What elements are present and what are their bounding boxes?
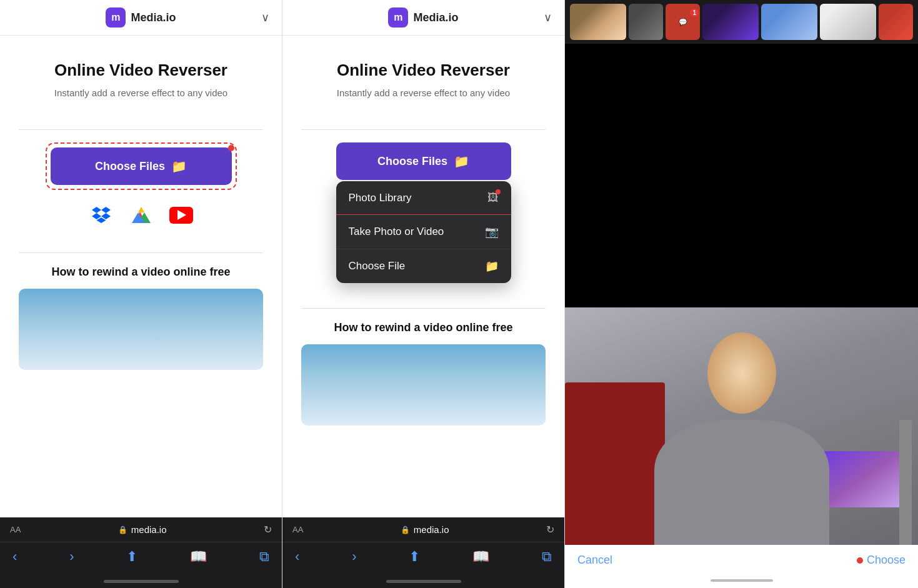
header-chevron-2[interactable]: ∨ [544,11,552,24]
page-title-2: Online Video Reverser [301,61,546,80]
participants-strip: 💬 1 [565,0,918,44]
bookmark-icon-1[interactable]: 📖 [190,549,207,565]
dropdown-menu-2: Photo Library 🖼 Take Photo or Video 📷 Ch… [336,181,511,283]
google-drive-icon-1[interactable] [129,202,154,227]
choose-button-dot [857,557,863,564]
page-content-2: Online Video Reverser Instantly add a re… [282,36,564,517]
forward-icon-1[interactable]: › [69,549,74,565]
divider-2 [19,252,263,253]
url-text-1[interactable]: media.io [131,524,167,535]
dropbox-icon-1[interactable] [89,202,114,227]
divider-4 [301,308,546,309]
header-logo-1: m Media.io [106,7,176,27]
tabs-icon-2[interactable]: ⧉ [542,549,552,565]
phone-panel-1: m Media.io ∨ Online Video Reverser Insta… [0,0,282,588]
red-dot-1 [228,145,234,151]
cancel-button[interactable]: Cancel [577,554,612,567]
participant-thumb-7[interactable] [879,4,913,40]
cloud-icons-1 [89,202,194,227]
brand-name-2: Media.io [413,11,458,24]
browser-url-1: 🔒 media.io [27,524,257,535]
choose-files-label-1: Choose Files [95,160,165,173]
url-text-2[interactable]: media.io [414,524,449,535]
media-io-logo-icon-1: m [106,7,126,27]
folder-icon-2: 📁 [454,154,469,169]
video-thumbnail-1[interactable] [19,289,263,370]
bottom-nav-2: ‹ › ⬆ 📖 ⧉ [282,542,564,580]
aa-label-2[interactable]: AA [292,525,303,534]
choose-button-label: Choose [867,554,906,567]
phone-panel-2: m Media.io ∨ Online Video Reverser Insta… [282,0,565,588]
choose-file-label: Choose File [349,260,406,272]
video-thumbnail-2[interactable] [301,344,546,426]
header-logo-2: m Media.io [388,7,458,27]
aa-label-1[interactable]: AA [10,525,21,534]
participant-thumb-6[interactable] [820,4,876,40]
speaker-head [707,332,776,414]
notification-badge: 1 [690,9,699,17]
red-wall-decoration [565,382,665,545]
back-icon-1[interactable]: ‹ [12,549,17,565]
page-content-1: Online Video Reverser Instantly add a re… [0,36,282,517]
participant-thumb-4[interactable] [702,4,759,40]
share-icon-2[interactable]: ⬆ [409,549,420,565]
choose-file-icon: 📁 [485,259,499,273]
back-icon-2[interactable]: ‹ [295,549,299,565]
laptop-decoration [818,451,906,507]
main-speaker-video [565,307,918,545]
right-panel: 💬 1 Cancel Choose [565,0,918,588]
participant-thumb-5[interactable] [761,4,817,40]
page-title-1: Online Video Reverser [19,61,263,80]
youtube-icon-1[interactable] [169,202,194,227]
browser-url-2: 🔒 media.io [309,524,540,535]
participant-thumb-3[interactable]: 💬 1 [666,4,700,40]
upload-section-1: Choose Files 📁 [19,142,263,227]
dropdown-item-choose-file[interactable]: Choose File 📁 [336,249,511,283]
home-bar-2 [386,580,461,583]
speaker-shirt [654,420,829,545]
tabs-icon-1[interactable]: ⧉ [259,549,269,565]
upload-section-2: Choose Files 📁 Photo Library 🖼 Take Phot… [301,142,546,283]
how-to-title-2: How to rewind a video online free [301,321,546,334]
brand-name-1: Media.io [131,11,176,24]
photo-library-label: Photo Library [349,192,412,204]
home-indicator-2 [282,580,564,588]
btn-outline-wrapper-1: Choose Files 📁 [46,142,237,190]
take-photo-icon: 📷 [485,225,499,239]
browser-bar-1: AA 🔒 media.io ↻ [0,517,282,542]
how-to-title-1: How to rewind a video online free [19,266,263,279]
home-indicator-1 [0,580,282,588]
dropdown-item-take-photo[interactable]: Take Photo or Video 📷 [336,215,511,249]
call-bottom-bar: Cancel Choose [565,545,918,576]
refresh-icon-1[interactable]: ↻ [264,524,272,536]
right-home-indicator [565,576,918,588]
divider-3 [301,129,546,130]
choose-button[interactable]: Choose [857,554,906,567]
phone-header-2: m Media.io ∨ [282,0,564,36]
refresh-icon-2[interactable]: ↻ [546,524,554,536]
mic-stand-decoration [899,420,912,545]
page-subtitle-1: Instantly add a reverse effect to any vi… [19,87,263,98]
participant-thumb-1[interactable] [570,4,626,40]
media-io-logo-icon-2: m [388,7,408,27]
choose-files-button-1[interactable]: Choose Files 📁 [51,147,232,185]
bookmark-icon-2[interactable]: 📖 [472,549,489,565]
choose-files-label-2: Choose Files [377,155,447,168]
bottom-nav-1: ‹ › ⬆ 📖 ⧉ [0,542,282,580]
choose-files-button-2[interactable]: Choose Files 📁 [336,142,511,180]
page-subtitle-2: Instantly add a reverse effect to any vi… [301,87,546,98]
share-icon-1[interactable]: ⬆ [126,549,137,565]
forward-icon-2[interactable]: › [352,549,356,565]
folder-icon-1: 📁 [171,159,187,174]
svg-marker-2 [138,207,144,212]
dropdown-item-photo-library[interactable]: Photo Library 🖼 [336,181,511,215]
take-photo-label: Take Photo or Video [349,226,444,238]
lock-icon-2: 🔒 [401,526,410,534]
photo-library-red-dot [496,189,501,194]
participant-thumb-2[interactable] [629,4,663,40]
right-home-bar [711,579,773,582]
phone-header-1: m Media.io ∨ [0,0,282,36]
divider-1 [19,129,263,130]
header-chevron-1[interactable]: ∨ [261,11,269,24]
main-video-black [565,44,918,307]
